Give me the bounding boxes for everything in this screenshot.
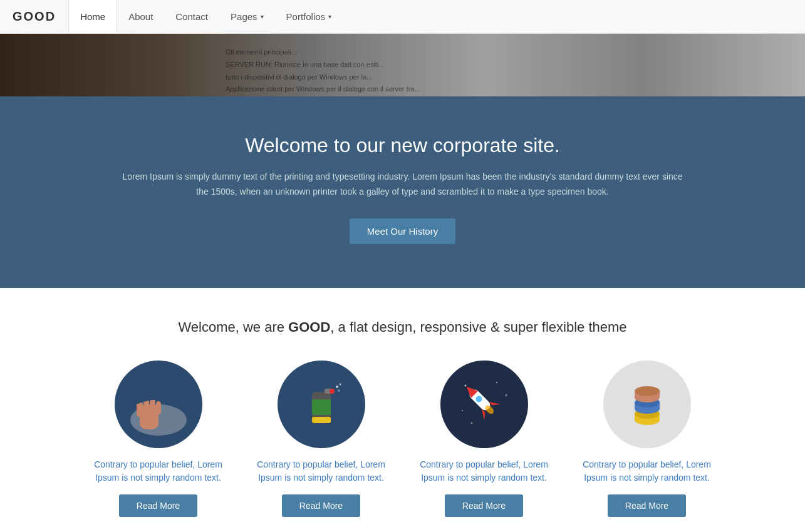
svg-point-8: [330, 389, 335, 394]
svg-rect-9: [312, 399, 331, 415]
hero-image-strip: Gli elementi principali... SERVER RUN: R…: [0, 34, 805, 96]
card-4: Contrary to popular belief, Lorem Ipsum …: [578, 361, 716, 517]
card-3: Contrary to popular belief, Lorem Ipsum …: [415, 361, 553, 517]
card-3-read-more-button[interactable]: Read More: [445, 494, 523, 517]
nav-item-pages[interactable]: Pages ▾: [219, 0, 275, 33]
hero-title: Welcome to our new corporate site.: [25, 134, 780, 157]
nav-item-portfolios[interactable]: Portfolios ▾: [275, 0, 343, 33]
svg-point-16: [505, 394, 507, 396]
nav-item-contact[interactable]: Contact: [164, 0, 219, 33]
card-3-description: Contrary to popular belief, Lorem Ipsum …: [415, 458, 553, 484]
svg-rect-10: [312, 417, 331, 423]
svg-rect-5: [156, 401, 161, 415]
card-1-description: Contrary to popular belief, Lorem Ipsum …: [90, 458, 227, 484]
svg-point-17: [462, 410, 463, 411]
svg-rect-4: [150, 398, 155, 414]
svg-point-33: [635, 386, 660, 396]
brand-logo: GOOD: [13, 9, 56, 24]
meet-history-button[interactable]: Meet Our History: [350, 218, 455, 244]
card-4-icon: [603, 361, 691, 448]
nav-link-home[interactable]: Home: [68, 0, 117, 33]
navbar: GOOD Home About Contact Pages ▾ Portfoli…: [0, 0, 805, 34]
nav-menu: Home About Contact Pages ▾ Portfolios ▾: [68, 0, 343, 33]
hero-description: Lorem Ipsum is simply dummy text of the …: [121, 170, 685, 200]
card-2-read-more-button[interactable]: Read More: [282, 494, 360, 517]
svg-point-13: [338, 389, 340, 391]
hero-image-text: Gli elementi principali... SERVER RUN: R…: [219, 40, 805, 96]
card-2-icon: [278, 361, 365, 448]
hero-banner: Welcome to our new corporate site. Lorem…: [0, 96, 805, 288]
svg-point-14: [464, 384, 466, 386]
cards-container: Contrary to popular belief, Lorem Ipsum …: [27, 361, 779, 517]
chevron-down-icon: ▾: [328, 13, 331, 20]
card-1-read-more-button[interactable]: Read More: [119, 494, 197, 517]
card-4-description: Contrary to popular belief, Lorem Ipsum …: [578, 458, 716, 484]
card-3-icon: [440, 361, 528, 448]
svg-point-11: [336, 386, 338, 388]
welcome-section: Welcome, we are GOOD, a flat design, res…: [0, 288, 805, 532]
svg-point-18: [470, 422, 472, 424]
card-2-description: Contrary to popular belief, Lorem Ipsum …: [252, 458, 390, 484]
card-4-read-more-button[interactable]: Read More: [608, 494, 686, 517]
nav-link-contact[interactable]: Contact: [164, 0, 219, 33]
welcome-heading: Welcome, we are GOOD, a flat design, res…: [13, 319, 792, 335]
card-1: Contrary to popular belief, Lorem Ipsum …: [90, 361, 227, 517]
nav-link-pages[interactable]: Pages ▾: [219, 0, 275, 33]
nav-item-about[interactable]: About: [117, 0, 164, 33]
chevron-down-icon: ▾: [261, 13, 264, 20]
nav-item-home[interactable]: Home: [68, 0, 117, 33]
svg-point-15: [496, 382, 497, 383]
card-1-icon: [115, 361, 202, 448]
card-2: Contrary to popular belief, Lorem Ipsum …: [252, 361, 390, 517]
nav-link-about[interactable]: About: [117, 0, 164, 33]
nav-link-portfolios[interactable]: Portfolios ▾: [275, 0, 343, 33]
svg-point-12: [339, 383, 341, 385]
